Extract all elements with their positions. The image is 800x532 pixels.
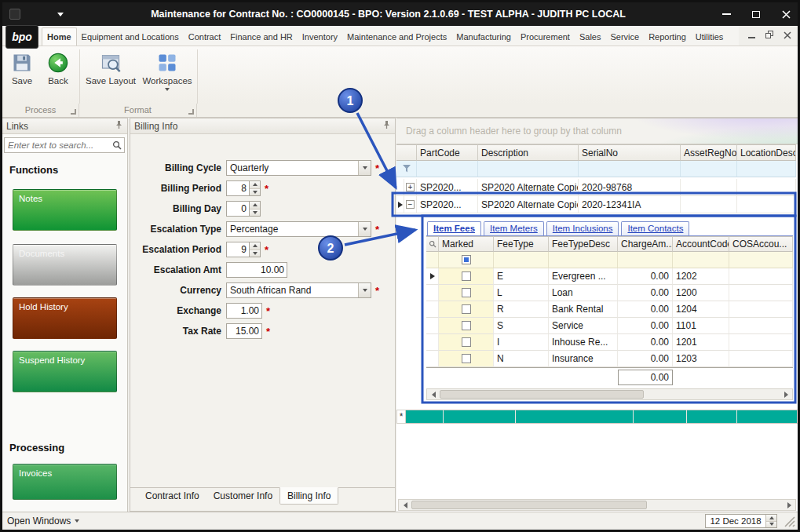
cosaccount-cell[interactable] [729, 334, 793, 351]
column-header-partcode[interactable]: PartCode [417, 144, 478, 161]
feetypedesc-cell[interactable]: Service [549, 318, 618, 334]
tab-item-fees[interactable]: Item Fees [427, 221, 481, 235]
column-header-marked[interactable]: Marked [439, 236, 494, 252]
workspaces-button[interactable]: Workspaces [140, 49, 195, 100]
cell-partcode[interactable]: SP2020... [417, 179, 478, 196]
charge-cell[interactable]: 0.00 [618, 351, 673, 367]
collapse-button[interactable]: − [404, 196, 417, 213]
feetypedesc-cell[interactable]: Loan [549, 285, 618, 301]
invoices-button[interactable]: Invoices [13, 464, 117, 500]
column-header-description[interactable]: Description [478, 144, 579, 161]
column-header-assetregno[interactable]: AssetRegNo [681, 144, 737, 161]
minimize-button[interactable] [721, 9, 732, 20]
detail-horizontal-scrollbar[interactable] [426, 388, 793, 400]
filter-cell[interactable] [417, 161, 478, 177]
back-button[interactable]: Back [40, 49, 76, 100]
tab-item-inclusions[interactable]: Item Inclusions [546, 221, 619, 235]
quick-access-caret-icon[interactable] [57, 13, 64, 16]
filter-cell[interactable] [494, 252, 549, 268]
cell-serialno[interactable]: 2020-98768 [579, 179, 681, 196]
dialog-launcher-icon[interactable] [188, 109, 194, 115]
pin-icon[interactable] [115, 120, 123, 132]
save-button[interactable]: Save [4, 49, 40, 100]
tab-finance-and-hr[interactable]: Finance and HR [225, 28, 298, 46]
accountcode-cell[interactable]: 1203 [673, 351, 729, 367]
cosaccount-cell[interactable] [729, 351, 793, 367]
grid-horizontal-scrollbar[interactable] [398, 499, 796, 511]
filter-cell[interactable] [618, 252, 673, 268]
hold-history-button[interactable]: Hold History [13, 297, 117, 339]
checkbox-icon[interactable] [462, 337, 471, 347]
checkbox-icon[interactable] [462, 304, 471, 314]
column-header-accountcode[interactable]: AccountCode [673, 236, 729, 252]
column-header-cosaccount[interactable]: COSAccou... [729, 236, 793, 252]
tab-maintenance-and-projects[interactable]: Maintenance and Projects [342, 28, 451, 46]
tab-equipment-and-locations[interactable]: Equipment and Locations [77, 28, 184, 46]
scrollbar-thumb[interactable] [411, 501, 647, 509]
checkbox-icon[interactable] [462, 321, 471, 330]
teal-cell[interactable] [406, 410, 444, 424]
expand-button[interactable]: + [404, 179, 417, 196]
billing-day-stepper[interactable] [250, 201, 261, 217]
marked-cell[interactable] [439, 301, 494, 318]
filter-cell[interactable] [579, 161, 681, 177]
tax-rate-input[interactable]: 15.00 [226, 323, 262, 339]
tab-item-meters[interactable]: Item Meters [484, 221, 544, 235]
column-header-chargeamount[interactable]: ChargeAm... [618, 236, 673, 252]
filter-cell[interactable] [681, 161, 737, 177]
charge-cell[interactable]: 0.00 [618, 268, 673, 285]
tab-service[interactable]: Service [605, 28, 644, 46]
fee-row[interactable]: I Inhouse Re... 0.00 1201 [426, 334, 793, 351]
dropdown-icon[interactable] [358, 222, 371, 236]
scroll-left-icon[interactable] [399, 500, 411, 510]
fee-row[interactable]: N Insurance 0.00 1203 [426, 351, 793, 367]
fee-row[interactable]: E Evergreen ... 0.00 1202 [426, 268, 793, 285]
column-header-feetype[interactable]: FeeType [494, 236, 549, 252]
grid-row-2-selected[interactable]: − SP2020... SP2020 Alternate Copier 2020… [396, 196, 796, 213]
filter-cell[interactable] [729, 252, 793, 268]
fee-row[interactable]: R Bank Rental 0.00 1204 [426, 301, 793, 318]
documents-button[interactable]: Documents [13, 244, 117, 286]
open-windows-button[interactable]: Open Windows [7, 516, 79, 527]
marked-cell[interactable] [439, 351, 494, 367]
column-chooser-cell[interactable] [426, 236, 439, 252]
child-close-icon[interactable] [784, 31, 791, 39]
tab-manufacturing[interactable]: Manufacturing [451, 28, 516, 46]
escalation-period-input[interactable]: 9 [226, 242, 250, 257]
accountcode-cell[interactable]: 1200 [673, 285, 729, 301]
marked-cell[interactable] [439, 318, 494, 334]
billing-day-input[interactable]: 0 [226, 201, 250, 217]
dropdown-icon[interactable] [358, 161, 371, 175]
search-input[interactable] [5, 140, 112, 150]
checkbox-icon[interactable] [462, 271, 471, 281]
cell-description[interactable]: SP2020 Alternate Copier [478, 179, 579, 196]
filter-cell[interactable] [478, 161, 579, 177]
fee-row[interactable]: S Service 0.00 1101 [426, 318, 793, 334]
teal-cell[interactable] [737, 410, 798, 424]
group-by-area[interactable]: Drag a column header here to group by th… [396, 118, 798, 144]
save-layout-button[interactable]: Save Layout [83, 49, 138, 100]
feetypedesc-cell[interactable]: Inhouse Re... [549, 334, 618, 351]
feetypedesc-cell[interactable]: Insurance [549, 351, 618, 367]
tab-inventory[interactable]: Inventory [298, 28, 342, 46]
cell-partcode[interactable]: SP2020... [417, 196, 478, 213]
cell-locationdesc[interactable] [737, 179, 796, 196]
currency-combo[interactable]: South African Rand [226, 282, 371, 298]
app-menu-button[interactable]: bpo [5, 25, 38, 49]
charge-cell[interactable]: 0.00 [618, 301, 673, 318]
cosaccount-cell[interactable] [729, 318, 793, 334]
pin-icon[interactable] [382, 120, 391, 132]
column-header-feetypedesc[interactable]: FeeTypeDesc [549, 236, 618, 252]
new-item-row[interactable]: * [396, 410, 798, 424]
marked-cell[interactable] [439, 334, 494, 351]
tab-utilities[interactable]: Utilities [691, 28, 728, 46]
charge-cell[interactable]: 0.00 [618, 318, 673, 334]
accountcode-cell[interactable]: 1201 [673, 334, 729, 351]
tab-procurement[interactable]: Procurement [516, 28, 575, 46]
accountcode-cell[interactable]: 1101 [673, 318, 729, 334]
child-restore-icon[interactable] [765, 31, 774, 39]
billing-period-input[interactable]: 8 [226, 180, 250, 196]
scroll-right-icon[interactable] [783, 500, 795, 510]
charge-cell[interactable]: 0.00 [618, 285, 673, 301]
search-icon[interactable] [112, 140, 122, 150]
